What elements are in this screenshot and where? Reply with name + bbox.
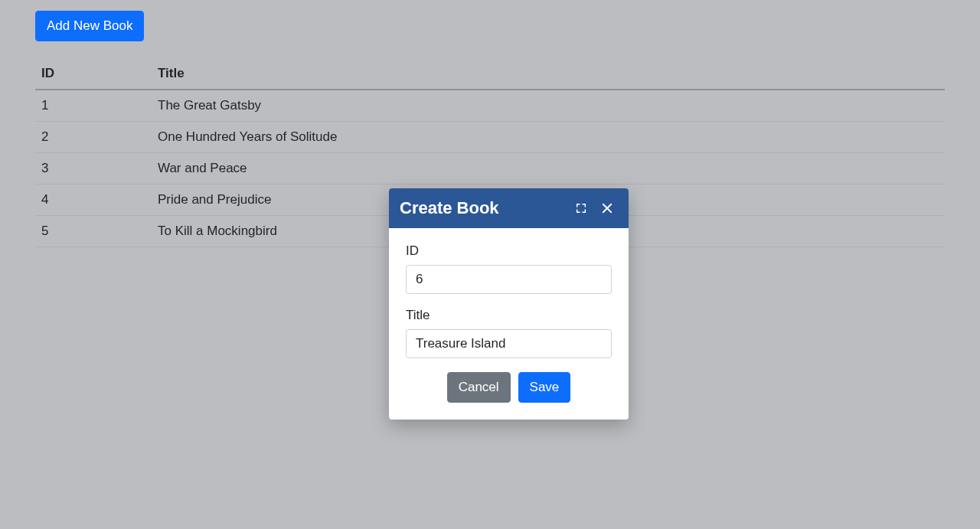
cell-title: War and Peace [152, 152, 945, 184]
close-icon [600, 201, 614, 215]
cell-title: One Hundred Years of Solitude [152, 121, 945, 152]
table-header-title: Title [152, 58, 945, 90]
cell-id: 5 [35, 215, 152, 247]
table-row: 1 The Great Gatsby [35, 90, 945, 122]
cell-title: The Great Gatsby [152, 90, 945, 122]
id-input[interactable] [406, 265, 612, 294]
cell-id: 2 [35, 121, 152, 152]
title-label: Title [406, 308, 612, 323]
maximize-icon [575, 202, 587, 214]
id-label: ID [406, 243, 612, 259]
save-button[interactable]: Save [518, 372, 571, 403]
modal-title: Create Book [400, 198, 566, 218]
modal-header: Create Book [389, 188, 629, 228]
modal-body: ID Title Cancel Save [389, 228, 629, 420]
cell-id: 1 [35, 90, 152, 122]
add-new-book-button[interactable]: Add New Book [35, 11, 144, 41]
cell-id: 4 [35, 184, 152, 215]
cancel-button[interactable]: Cancel [447, 372, 511, 403]
table-row: 2 One Hundred Years of Solitude [35, 121, 945, 152]
table-row: 3 War and Peace [35, 152, 945, 184]
maximize-button[interactable] [570, 198, 592, 219]
title-input[interactable] [406, 329, 612, 358]
close-button[interactable] [596, 198, 618, 219]
table-header-id: ID [35, 58, 152, 90]
create-book-modal: Create Book ID Title Cancel [389, 188, 629, 420]
cell-id: 3 [35, 152, 152, 184]
